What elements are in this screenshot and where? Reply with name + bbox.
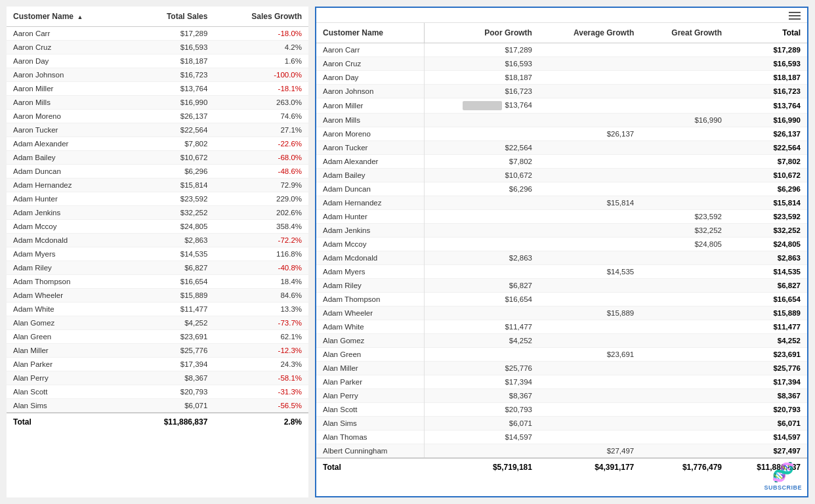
- right-cell-name: Adam Riley: [316, 279, 425, 293]
- left-cell-growth: -68.0%: [214, 151, 308, 165]
- right-cell-poor: $13,764: [425, 98, 539, 114]
- left-cell-name: Adam Duncan: [7, 165, 130, 178]
- right-col-poor-growth[interactable]: Poor Growth: [425, 23, 539, 43]
- right-cell-great: [640, 279, 728, 293]
- left-cell-growth: 116.8%: [214, 247, 308, 261]
- left-cell-growth: 13.3%: [214, 303, 308, 316]
- right-cell-name: Aaron Day: [316, 71, 425, 85]
- right-col-customer-name[interactable]: Customer Name: [316, 23, 425, 43]
- right-table-row: Aaron Miller$13,764$13,764: [316, 98, 807, 114]
- right-col-great-growth[interactable]: Great Growth: [640, 23, 728, 43]
- right-table-row: Aaron Carr$17,289$17,289: [316, 43, 807, 57]
- right-cell-poor: [425, 444, 539, 459]
- right-cell-avg: [539, 334, 640, 348]
- right-cell-name: Aaron Johnson: [316, 85, 425, 98]
- left-table-wrapper[interactable]: Customer Name ▲ Total Sales Sales Growth…: [7, 7, 308, 497]
- right-cell-great: [640, 362, 728, 375]
- right-table-row: Adam Mccoy$24,805$24,805: [316, 238, 807, 251]
- right-cell-total: $13,764: [728, 98, 807, 114]
- right-cell-avg: $15,814: [539, 196, 640, 210]
- right-cell-great: [640, 444, 728, 459]
- left-cell-sales: $13,764: [130, 82, 215, 96]
- right-table-row: Adam Mcdonald$2,863$2,863: [316, 251, 807, 265]
- left-col-sales-growth[interactable]: Sales Growth: [214, 7, 308, 27]
- left-table-row: Alan Scott$20,793-31.3%: [7, 385, 308, 399]
- left-col-total-sales[interactable]: Total Sales: [130, 7, 215, 27]
- right-col-total[interactable]: Total: [728, 23, 807, 43]
- right-table-row: Alan Gomez$4,252$4,252: [316, 334, 807, 348]
- right-cell-total: $24,805: [728, 238, 807, 251]
- right-table-row: Albert Cunningham$27,497$27,497: [316, 444, 807, 459]
- right-table-body: Aaron Carr$17,289$17,289Aaron Cruz$16,59…: [316, 43, 807, 459]
- right-cell-poor: $16,654: [425, 293, 539, 306]
- left-cell-growth: 1.6%: [214, 54, 308, 68]
- right-cell-great: [640, 141, 728, 155]
- hamburger-menu-icon[interactable]: [789, 12, 801, 20]
- right-cell-avg: [539, 362, 640, 375]
- left-cell-name: Alan Gomez: [7, 316, 130, 330]
- right-cell-great: [640, 169, 728, 182]
- left-cell-sales: $11,477: [130, 303, 215, 316]
- right-cell-total: $23,691: [728, 348, 807, 362]
- left-cell-growth: 62.1%: [214, 330, 308, 344]
- right-cell-great: [640, 98, 728, 114]
- right-cell-name: Alan Thomas: [316, 430, 425, 444]
- right-cell-name: Aaron Moreno: [316, 127, 425, 141]
- left-cell-name: Aaron Moreno: [7, 110, 130, 123]
- left-cell-growth: 229.0%: [214, 192, 308, 206]
- right-cell-great: [640, 251, 728, 265]
- right-cell-poor: $20,793: [425, 403, 539, 417]
- right-table-header-row: Customer Name Poor Growth Average Growth…: [316, 23, 807, 43]
- left-table-row: Adam Alexander$7,802-22.6%: [7, 137, 308, 151]
- right-cell-total: $16,593: [728, 57, 807, 71]
- right-table-row: Alan Miller$25,776$25,776: [316, 362, 807, 375]
- right-cell-great: [640, 389, 728, 403]
- left-cell-growth: 72.9%: [214, 178, 308, 192]
- right-cell-great: [640, 320, 728, 334]
- left-cell-name: Adam Riley: [7, 261, 130, 275]
- left-cell-sales: $23,592: [130, 192, 215, 206]
- right-cell-great: $23,592: [640, 210, 728, 224]
- left-table-row: Adam Bailey$10,672-68.0%: [7, 151, 308, 165]
- left-cell-growth: -56.5%: [214, 399, 308, 413]
- right-cell-great: [640, 182, 728, 196]
- right-cell-avg: $26,137: [539, 127, 640, 141]
- left-cell-name: Adam Bailey: [7, 151, 130, 165]
- left-cell-sales: $7,802: [130, 137, 215, 151]
- left-cell-sales: $15,814: [130, 178, 215, 192]
- right-cell-name: Adam Mccoy: [316, 238, 425, 251]
- right-table-row: Adam Hunter$23,592$23,592: [316, 210, 807, 224]
- right-cell-total: $7,802: [728, 155, 807, 169]
- right-table-row: Aaron Moreno$26,137$26,137: [316, 127, 807, 141]
- right-cell-name: Adam Wheeler: [316, 306, 425, 320]
- left-table-row: Adam Mccoy$24,805358.4%: [7, 220, 308, 234]
- right-cell-avg: $23,691: [539, 348, 640, 362]
- left-cell-name: Adam Hernandez: [7, 178, 130, 192]
- right-cell-total: $10,672: [728, 169, 807, 182]
- right-cell-name: Alan Sims: [316, 417, 425, 430]
- right-cell-name: Adam Myers: [316, 265, 425, 279]
- left-table-row: Alan Parker$17,39424.3%: [7, 358, 308, 371]
- right-cell-avg: [539, 71, 640, 85]
- right-table-wrapper[interactable]: Customer Name Poor Growth Average Growth…: [316, 23, 807, 496]
- right-cell-poor: [425, 265, 539, 279]
- left-table-row: Aaron Mills$16,990263.0%: [7, 96, 308, 110]
- left-cell-growth: 74.6%: [214, 110, 308, 123]
- right-cell-great: [640, 127, 728, 141]
- right-cell-poor: $7,802: [425, 155, 539, 169]
- right-cell-poor: $6,827: [425, 279, 539, 293]
- left-cell-growth: -58.1%: [214, 371, 308, 385]
- right-cell-avg: [539, 293, 640, 306]
- right-cell-poor: [425, 306, 539, 320]
- right-col-avg-growth[interactable]: Average Growth: [539, 23, 640, 43]
- left-footer-growth: 2.8%: [214, 413, 308, 430]
- left-cell-sales: $22,564: [130, 123, 215, 137]
- left-cell-growth: 18.4%: [214, 275, 308, 289]
- left-cell-name: Adam Myers: [7, 247, 130, 261]
- right-cell-total: $8,367: [728, 389, 807, 403]
- left-cell-sales: $6,827: [130, 261, 215, 275]
- left-cell-growth: 4.2%: [214, 41, 308, 54]
- left-col-customer-name[interactable]: Customer Name ▲: [7, 7, 130, 27]
- right-cell-great: [640, 334, 728, 348]
- left-cell-growth: -12.3%: [214, 344, 308, 358]
